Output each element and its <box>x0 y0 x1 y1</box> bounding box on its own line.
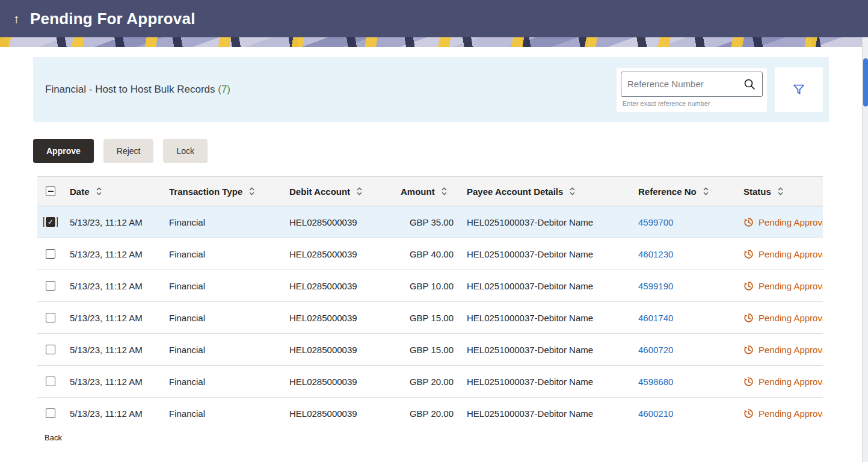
cell-reference-no: 4600210 <box>632 408 737 419</box>
pending-history-icon <box>743 408 754 419</box>
reference-number-link[interactable]: 4599700 <box>638 217 673 227</box>
row-checkbox-cell <box>37 249 64 259</box>
cell-transaction-type: Financial <box>163 217 283 227</box>
cell-debit-account: HEL0285000039 <box>283 313 395 323</box>
vertical-scrollbar-thumb[interactable] <box>863 58 868 106</box>
records-summary-panel: Financial - Host to Host Bulk Records (7… <box>33 57 829 122</box>
pending-history-icon <box>743 249 754 259</box>
vertical-scrollbar[interactable] <box>862 37 868 462</box>
cell-payee-account-details: HEL0251000037-Debitor Name <box>461 281 632 291</box>
row-checkbox[interactable] <box>46 377 55 386</box>
cell-amount: GBP 15.00 <box>395 345 461 355</box>
cell-transaction-type: Financial <box>163 408 283 419</box>
row-checkbox[interactable] <box>46 313 55 322</box>
reference-number-link[interactable]: 4599190 <box>638 281 673 291</box>
reference-number-link[interactable]: 4601230 <box>638 249 673 259</box>
cell-payee-account-details: HEL0251000037-Debitor Name <box>461 377 632 387</box>
row-checkbox-cell <box>37 345 64 354</box>
table-row: 5/13/23, 11:12 AM Financial HEL028500003… <box>37 334 823 366</box>
col-label-payee-account-details: Payee Account Details <box>467 186 563 197</box>
reject-button[interactable]: Reject <box>103 139 154 163</box>
filter-icon <box>792 82 806 97</box>
col-header-reference-no[interactable]: Reference No <box>632 186 737 197</box>
back-link[interactable]: Back <box>45 433 62 442</box>
col-header-amount[interactable]: Amount <box>395 186 461 197</box>
pending-history-icon <box>743 217 754 227</box>
col-label-transaction-type: Transaction Type <box>169 186 242 197</box>
cell-transaction-type: Financial <box>163 281 283 291</box>
col-header-payee-account-details[interactable]: Payee Account Details <box>461 186 632 197</box>
col-header-debit-account[interactable]: Debit Account <box>283 186 395 197</box>
cell-amount: GBP 35.00 <box>395 217 461 227</box>
action-buttons: Approve Reject Lock <box>33 139 868 163</box>
row-checkbox-cell <box>37 313 64 322</box>
cell-reference-no: 4599700 <box>632 217 737 227</box>
cell-date: 5/13/23, 11:12 AM <box>64 345 163 355</box>
cell-debit-account: HEL0285000039 <box>283 377 395 387</box>
cell-status: Pending Approval <box>737 217 823 227</box>
back-arrow-icon[interactable]: ↑ <box>8 13 24 25</box>
sort-icon[interactable] <box>777 186 784 197</box>
cell-status: Pending Approval <box>737 345 823 355</box>
pending-history-icon <box>743 345 754 355</box>
sort-icon[interactable] <box>248 186 255 197</box>
cell-date: 5/13/23, 11:12 AM <box>64 249 163 259</box>
cell-payee-account-details: HEL0251000037-Debitor Name <box>461 249 632 259</box>
cell-amount: GBP 20.00 <box>395 377 461 387</box>
cell-reference-no: 4601740 <box>632 313 737 323</box>
cell-amount: GBP 40.00 <box>395 249 461 259</box>
status-text: Pending Approval <box>759 377 823 387</box>
sort-icon[interactable] <box>569 186 576 197</box>
decorative-banner <box>0 37 868 47</box>
reference-number-link[interactable]: 4601740 <box>638 313 673 323</box>
select-all-checkbox[interactable] <box>46 186 55 196</box>
table-body: 5/13/23, 11:12 AM Financial HEL028500003… <box>37 206 823 420</box>
records-title-text: Financial - Host to Host Bulk Records <box>45 84 215 95</box>
status-text: Pending Approval <box>759 408 823 419</box>
reference-number-input[interactable] <box>627 79 743 89</box>
filter-button[interactable] <box>775 67 823 112</box>
cell-debit-account: HEL0285000039 <box>283 408 395 419</box>
lock-button[interactable]: Lock <box>163 139 208 163</box>
row-checkbox-cell <box>37 377 64 386</box>
search-hint: Enter exact reference number <box>621 100 763 107</box>
reference-number-link[interactable]: 4600210 <box>638 408 673 419</box>
row-checkbox[interactable] <box>46 249 55 259</box>
cell-date: 5/13/23, 11:12 AM <box>64 217 163 227</box>
row-checkbox[interactable] <box>46 408 55 418</box>
cell-payee-account-details: HEL0251000037-Debitor Name <box>461 408 632 419</box>
status-text: Pending Approval <box>759 313 823 323</box>
sort-icon[interactable] <box>441 186 448 197</box>
cell-transaction-type: Financial <box>163 345 283 355</box>
col-header-transaction-type[interactable]: Transaction Type <box>163 186 283 197</box>
col-label-date: Date <box>70 186 90 197</box>
row-checkbox[interactable] <box>46 217 55 227</box>
col-header-date[interactable]: Date <box>64 186 163 197</box>
approve-button[interactable]: Approve <box>33 139 94 163</box>
col-header-status[interactable]: Status <box>737 186 823 197</box>
reference-number-link[interactable]: 4598680 <box>638 377 673 387</box>
col-label-amount: Amount <box>401 186 435 197</box>
pending-history-icon <box>743 313 754 323</box>
row-checkbox[interactable] <box>46 281 55 291</box>
records-count: (7) <box>218 84 230 95</box>
reference-search-box <box>621 72 763 97</box>
cell-status: Pending Approval <box>737 377 823 387</box>
row-checkbox-cell <box>37 281 64 291</box>
search-icon[interactable] <box>743 78 756 91</box>
row-checkbox[interactable] <box>46 345 55 354</box>
sort-icon[interactable] <box>356 186 363 197</box>
col-label-reference-no: Reference No <box>638 186 697 197</box>
row-checkbox-cell <box>37 408 64 418</box>
select-all-cell[interactable] <box>37 186 64 196</box>
sort-icon[interactable] <box>703 186 709 197</box>
sort-icon[interactable] <box>96 186 102 197</box>
status-text: Pending Approval <box>759 217 823 227</box>
pending-history-icon <box>743 281 754 291</box>
reference-number-link[interactable]: 4600720 <box>638 345 673 355</box>
cell-status: Pending Approval <box>737 313 823 323</box>
pending-history-icon <box>743 377 754 387</box>
page-title: Pending For Approval <box>30 10 195 28</box>
status-text: Pending Approval <box>759 249 823 259</box>
cell-date: 5/13/23, 11:12 AM <box>64 281 163 291</box>
